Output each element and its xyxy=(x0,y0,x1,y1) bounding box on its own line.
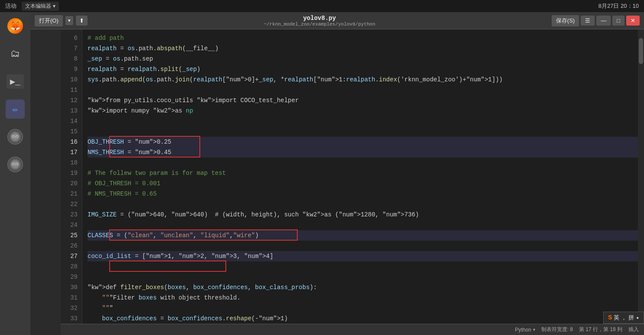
clock: 8月27日 20：10 xyxy=(598,2,639,10)
code-area: 6789101112131415161718192021222324252627… xyxy=(61,29,644,324)
table-row xyxy=(88,220,644,230)
line-number: 10 xyxy=(64,74,78,85)
table-row: # add path xyxy=(88,33,644,43)
table-row xyxy=(88,85,644,95)
line-number: 13 xyxy=(64,106,78,116)
table-row: coco_id_list = ["num">1, "num">2, "num">… xyxy=(88,251,644,261)
table-row: sys.path.append(os.path.join(realpath["n… xyxy=(88,74,644,85)
python-arrow: ▾ xyxy=(533,327,535,332)
ime-lang2[interactable]: 拼 xyxy=(628,314,634,322)
table-row: CLASSES = ("clean", "unclean", "liquid",… xyxy=(88,230,644,241)
line-number: 21 xyxy=(64,189,78,199)
table-row: box_confidences = box_confidences.reshap… xyxy=(88,313,644,324)
status-bar: Python ▾ 制表符宽度: 8 第 17 行，第 18 列 插入 xyxy=(61,324,644,335)
table-row xyxy=(88,272,644,282)
code-lines[interactable]: # add pathrealpath = os.path.abspath(__f… xyxy=(82,29,644,324)
line-number: 28 xyxy=(64,261,78,272)
sidebar-item-files[interactable]: 🗂 xyxy=(6,44,25,63)
status-python[interactable]: Python ▾ xyxy=(515,327,535,333)
table-row: realpath = realpath.split(_sep) xyxy=(88,64,644,74)
table-row: # OBJ_THRESH = 0.001 xyxy=(88,178,644,189)
line-number: 18 xyxy=(64,158,78,168)
save-icon-button[interactable]: ⬆ xyxy=(76,16,88,26)
sidebar-item-firefox[interactable]: 🦊 xyxy=(6,16,25,35)
minimize-button[interactable]: — xyxy=(596,16,611,26)
line-number: 31 xyxy=(64,293,78,303)
open-dropdown[interactable]: ▾ xyxy=(65,16,73,25)
firefox-icon: 🦊 xyxy=(7,18,23,34)
table-row xyxy=(88,158,644,168)
filename-label: yolov8.py xyxy=(91,15,548,22)
line-number: 22 xyxy=(64,199,78,209)
scrollbar-thumb[interactable] xyxy=(639,38,643,64)
sidebar-item-editor[interactable]: ✏️ xyxy=(6,100,25,119)
line-number: 27 xyxy=(64,251,78,261)
open-button[interactable]: 打开(O) xyxy=(35,15,63,26)
table-row: """ xyxy=(88,303,644,313)
files-icon: 🗂 xyxy=(10,48,20,60)
table-row: # NMS_THRESH = 0.65 xyxy=(88,189,644,199)
system-bar: 活动 文本编辑器 ▾ 8月27日 20：10 xyxy=(0,0,644,12)
ime-indicator[interactable]: S 英 ， 拼 ✦ xyxy=(603,312,644,324)
line-numbers: 6789101112131415161718192021222324252627… xyxy=(61,29,82,324)
maximize-button[interactable]: □ xyxy=(612,16,624,26)
table-row: _sep = os.path.sep xyxy=(88,54,644,64)
editor-icon: ✏️ xyxy=(12,103,18,115)
ime-lang1[interactable]: 英 xyxy=(614,314,619,322)
line-number: 23 xyxy=(64,209,78,220)
line-number: 9 xyxy=(64,64,78,74)
python-label: Python xyxy=(515,327,531,333)
line-number: 12 xyxy=(64,95,78,106)
disc1-icon: DVD xyxy=(7,129,23,145)
table-row xyxy=(88,126,644,137)
line-number: 16 xyxy=(64,137,78,147)
editor-content[interactable]: 6789101112131415161718192021222324252627… xyxy=(61,29,644,324)
app-menu[interactable]: 文本编辑器 ▾ xyxy=(22,2,59,11)
line-number: 17 xyxy=(64,147,78,158)
title-center: yolov8.py ~/rknn_model_zoo/examples/yolo… xyxy=(91,15,548,27)
disc2-icon: DVD xyxy=(7,157,23,172)
table-row: OBJ_THRESH = "num">0.25 xyxy=(88,137,644,147)
table-row: """Filter boxes with object threshold. xyxy=(88,293,644,303)
line-number: 19 xyxy=(64,168,78,178)
table-row xyxy=(88,116,644,126)
line-number: 29 xyxy=(64,272,78,282)
table-row: # The follew two param is for map test xyxy=(88,168,644,178)
table-row: realpath = os.path.abspath(__file__) xyxy=(88,43,644,54)
ime-settings-icon[interactable]: ✦ xyxy=(636,314,639,321)
sidebar-item-disc1[interactable]: DVD xyxy=(6,127,25,146)
sidebar-item-terminal[interactable]: ▶_ xyxy=(6,72,25,91)
ime-sep: ， xyxy=(621,314,627,322)
title-bar: 打开(O) ▾ ⬆ yolov8.py ~/rknn_model_zoo/exa… xyxy=(30,12,644,29)
filepath-label: ~/rknn_model_zoo/examples/yolov8/python xyxy=(91,22,548,27)
close-button[interactable]: ✕ xyxy=(626,16,640,26)
table-row xyxy=(88,241,644,251)
line-number: 6 xyxy=(64,33,78,43)
line-number: 30 xyxy=(64,282,78,293)
save-button[interactable]: 保存(S) xyxy=(552,15,579,26)
table-row: "kw">def filter_boxes(boxes, box_confide… xyxy=(88,282,644,293)
table-row: IMG_SIZE = ("num">640, "num">640) # (wid… xyxy=(88,209,644,220)
ime-logo: S xyxy=(608,314,612,322)
sidebar-item-disc2[interactable]: DVD xyxy=(6,155,25,174)
terminal-icon: ▶_ xyxy=(7,74,24,89)
line-number: 25 xyxy=(64,230,78,241)
table-row xyxy=(88,199,644,209)
status-position: 第 17 行，第 18 列 xyxy=(579,326,622,333)
status-tab-width[interactable]: 制表符宽度: 8 xyxy=(541,326,573,333)
line-number: 33 xyxy=(64,313,78,324)
line-number: 15 xyxy=(64,126,78,137)
activities-button[interactable]: 活动 xyxy=(5,2,16,10)
app-name-label: 文本编辑器 xyxy=(25,3,51,10)
menu-button[interactable]: ☰ xyxy=(581,16,595,26)
table-row: "kw">import numpy "kw2">as np xyxy=(88,106,644,116)
line-number: 24 xyxy=(64,220,78,230)
status-insert: 插入 xyxy=(628,326,639,333)
editor-wrapper: 6789101112131415161718192021222324252627… xyxy=(61,29,644,335)
scrollbar[interactable] xyxy=(638,29,644,324)
line-number: 11 xyxy=(64,85,78,95)
table-row xyxy=(88,261,644,272)
line-number: 20 xyxy=(64,178,78,189)
table-row: "kw">from py_utils.coco_utils "kw">impor… xyxy=(88,95,644,106)
line-number: 8 xyxy=(64,54,78,64)
